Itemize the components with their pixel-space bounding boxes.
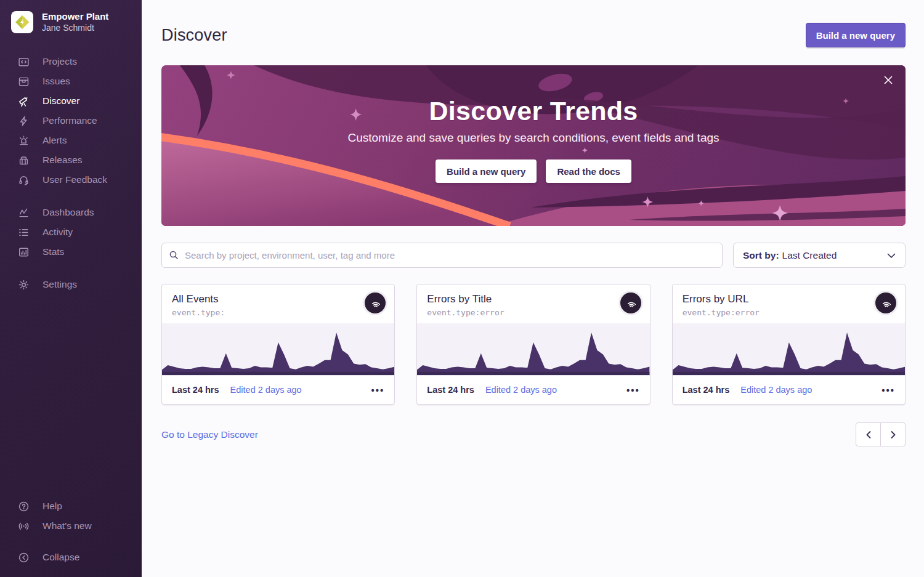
sentry-avatar-icon [365,293,386,313]
banner-title: Discover Trends [161,96,906,126]
sparkline-area [673,333,905,375]
sidebar-item-label: Alerts [43,135,67,146]
whats-new-icon [18,520,30,532]
main-content: Discover Build a new query [142,0,924,577]
banner-build-query-button[interactable]: Build a new query [436,159,537,183]
sidebar-item-label: Projects [43,56,77,67]
sidebar-item-settings[interactable]: Settings [0,275,142,294]
pagination-next-button[interactable] [880,422,906,446]
chevron-down-icon [887,250,896,261]
sidebar-item-label: What's new [43,520,92,531]
sidebar-item-projects[interactable]: Projects [0,52,142,71]
collapse-icon [18,552,30,563]
sidebar-item-label: Help [43,501,62,512]
sparkline-area [417,333,649,375]
sidebar-item-issues[interactable]: Issues [0,71,142,91]
org-switcher[interactable]: Empower Plant Jane Schmidt [0,0,142,33]
search-icon [169,250,179,262]
build-new-query-button[interactable]: Build a new query [806,23,906,47]
sparkline-baseline [417,372,649,375]
org-name: Empower Plant [42,11,108,23]
search-input[interactable] [161,243,723,268]
sidebar-item-label: Releases [43,155,83,166]
sort-dropdown[interactable]: Sort by: Last Created [733,243,906,268]
sparkline-chart [673,323,905,375]
sidebar-item-dashboards[interactable]: Dashboards [0,203,142,222]
card-edited-link[interactable]: Edited 2 days ago [740,385,812,395]
card-timeframe: Last 24 hrs [683,385,730,395]
saved-query-cards: All Events event.type: [161,284,906,405]
card-edited-link[interactable]: Edited 2 days ago [230,385,302,395]
sidebar-item-label: User Feedback [43,174,107,185]
legacy-discover-link[interactable]: Go to Legacy Discover [161,429,258,440]
toolbar: Sort by: Last Created [161,243,906,268]
settings-icon [18,279,30,291]
sidebar-item-alerts[interactable]: Alerts [0,131,142,150]
performance-icon [18,115,30,127]
releases-icon [18,155,30,166]
sidebar-item-whats-new[interactable]: What's new [0,516,142,536]
sidebar-item-label: Issues [43,76,70,87]
sort-value: Last Created [782,250,887,261]
sentry-avatar-icon [620,293,641,313]
page-title: Discover [161,26,227,45]
overflow-menu-icon[interactable]: ••• [881,385,895,395]
activity-icon [18,227,30,238]
app-window: Empower Plant Jane Schmidt Projects [0,0,924,577]
sparkline-baseline [673,372,905,375]
sidebar-footer: Help What's new Collapse [0,496,142,567]
sidebar-item-help[interactable]: Help [0,496,142,516]
sidebar-item-collapse[interactable]: Collapse [0,547,142,567]
help-icon [18,501,30,512]
card-title: All Events [172,293,357,305]
sidebar-item-user-feedback[interactable]: User Feedback [0,170,142,190]
org-logo [11,11,33,33]
close-icon[interactable] [881,73,895,87]
pagination [856,422,906,446]
pagination-prev-button[interactable] [856,422,881,446]
sort-label: Sort by: [743,250,779,261]
sidebar-item-discover[interactable]: Discover [0,91,142,111]
card-timeframe: Last 24 hrs [172,385,219,395]
sparkline-chart [162,323,394,375]
card-query: event.type:error [683,308,868,317]
card-timeframe: Last 24 hrs [427,385,474,395]
sidebar-item-label: Discover [43,95,79,107]
sidebar-item-releases[interactable]: Releases [0,150,142,170]
page-header: Discover Build a new query [161,0,906,47]
discover-icon [18,95,30,107]
sparkline-chart [417,323,649,375]
query-card-errors-by-title[interactable]: Errors by Title event.type:error [416,284,650,405]
alerts-icon [18,135,30,147]
banner-read-docs-button[interactable]: Read the docs [546,159,631,183]
query-card-errors-by-url[interactable]: Errors by URL event.type:error [672,284,906,405]
card-title: Errors by Title [427,293,612,305]
card-query: event.type:error [427,308,612,317]
user-feedback-icon [18,174,30,186]
dashboards-icon [18,207,30,219]
sparkline-baseline [162,372,394,375]
issues-icon [18,76,30,87]
card-title: Errors by URL [683,293,868,305]
sidebar-item-label: Settings [43,279,77,290]
sidebar-item-performance[interactable]: Performance [0,111,142,131]
overflow-menu-icon[interactable]: ••• [626,385,640,395]
card-edited-link[interactable]: Edited 2 days ago [485,385,557,395]
sidebar-secondary-nav: Dashboards Activity Stats [0,203,142,262]
sparkline-area [162,333,394,375]
sidebar: Empower Plant Jane Schmidt Projects [0,0,142,577]
sidebar-primary-nav: Projects Issues Discover [0,52,142,190]
query-card-all-events[interactable]: All Events event.type: [161,284,395,405]
bottom-row: Go to Legacy Discover [161,422,906,446]
overflow-menu-icon[interactable]: ••• [371,385,385,395]
sentry-avatar-icon [875,293,896,313]
sidebar-item-stats[interactable]: Stats [0,242,142,262]
sidebar-item-activity[interactable]: Activity [0,222,142,242]
sidebar-item-label: Activity [43,227,73,238]
sidebar-item-label: Collapse [43,552,79,563]
banner-subtitle: Customize and save queries by search con… [161,131,906,145]
sidebar-item-label: Stats [43,246,64,257]
sidebar-item-label: Dashboards [43,207,94,218]
user-name: Jane Schmidt [42,23,108,34]
stats-icon [18,246,30,258]
